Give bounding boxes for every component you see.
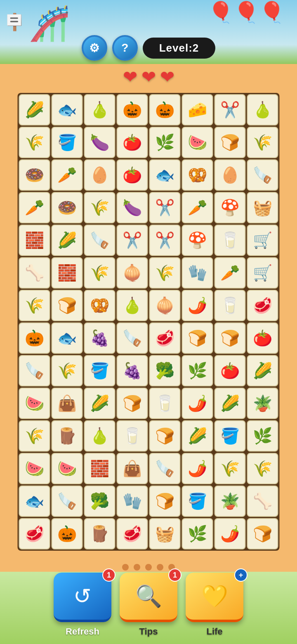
tile-70[interactable]: 🍅 [214, 355, 246, 386]
tile-85[interactable]: 🌽 [182, 420, 213, 452]
tile-87[interactable]: 🌿 [247, 420, 278, 452]
tile-95[interactable]: 🌾 [247, 453, 278, 484]
tile-66[interactable]: 🪣 [84, 355, 116, 386]
tile-12[interactable]: 🌿 [149, 127, 181, 158]
tips-action[interactable]: 1 🔍 Tips [120, 573, 177, 637]
tile-43[interactable]: 🧅 [117, 257, 148, 289]
tile-57[interactable]: 🐟 [52, 322, 83, 354]
tile-107[interactable]: 🥩 [117, 518, 148, 549]
tile-24[interactable]: 🥕 [19, 192, 50, 223]
tile-44[interactable]: 🌾 [149, 257, 181, 289]
tile-88[interactable]: 🍉 [19, 453, 50, 484]
tile-6[interactable]: ✂️ [214, 94, 246, 125]
tile-82[interactable]: 🍐 [84, 420, 116, 452]
tile-109[interactable]: 🌿 [182, 518, 213, 549]
tile-105[interactable]: 🎃 [52, 518, 83, 549]
tile-73[interactable]: 👜 [52, 388, 83, 419]
tile-33[interactable]: 🌽 [52, 225, 83, 256]
tile-39[interactable]: 🛒 [247, 225, 278, 256]
tile-97[interactable]: 🪚 [52, 485, 83, 517]
tile-47[interactable]: 🛒 [247, 257, 278, 289]
tile-72[interactable]: 🍉 [19, 388, 50, 419]
tile-29[interactable]: 🥕 [182, 192, 213, 223]
tile-49[interactable]: 🍞 [52, 290, 83, 321]
life-button[interactable]: + 💛 [186, 573, 243, 622]
tile-1[interactable]: 🐟 [52, 94, 83, 125]
tile-48[interactable]: 🌾 [19, 290, 50, 321]
tile-22[interactable]: 🥚 [214, 159, 246, 191]
tile-46[interactable]: 🥕 [214, 257, 246, 289]
tile-27[interactable]: 🍆 [117, 192, 148, 223]
tile-25[interactable]: 🍩 [52, 192, 83, 223]
tile-100[interactable]: 🍞 [149, 485, 181, 517]
help-button[interactable]: ? [112, 35, 138, 61]
tile-104[interactable]: 🥩 [19, 518, 50, 549]
tile-4[interactable]: 🎃 [149, 94, 181, 125]
settings-button[interactable]: ⚙ [82, 35, 107, 61]
tile-78[interactable]: 🌽 [214, 388, 246, 419]
tile-64[interactable]: 🪚 [19, 355, 50, 386]
tile-50[interactable]: 🥨 [84, 290, 116, 321]
tile-65[interactable]: 🌾 [52, 355, 83, 386]
tile-14[interactable]: 🍞 [214, 127, 246, 158]
tile-20[interactable]: 🐟 [149, 159, 181, 191]
tile-93[interactable]: 🌶️ [182, 453, 213, 484]
tile-30[interactable]: 🍄 [214, 192, 246, 223]
tile-8[interactable]: 🌾 [19, 127, 50, 158]
tile-94[interactable]: 🌾 [214, 453, 246, 484]
tile-90[interactable]: 🧱 [84, 453, 116, 484]
life-action[interactable]: + 💛 Life [186, 573, 243, 637]
tile-41[interactable]: 🧱 [52, 257, 83, 289]
tile-101[interactable]: 🪣 [182, 485, 213, 517]
tile-71[interactable]: 🌽 [247, 355, 278, 386]
tile-18[interactable]: 🥚 [84, 159, 116, 191]
tile-84[interactable]: 🍞 [149, 420, 181, 452]
tile-69[interactable]: 🌿 [182, 355, 213, 386]
tile-19[interactable]: 🍅 [117, 159, 148, 191]
tile-15[interactable]: 🌾 [247, 127, 278, 158]
tile-40[interactable]: 🦴 [19, 257, 50, 289]
tile-56[interactable]: 🎃 [19, 322, 50, 354]
tile-17[interactable]: 🥕 [52, 159, 83, 191]
tile-7[interactable]: 🍐 [247, 94, 278, 125]
tile-80[interactable]: 🌾 [19, 420, 50, 452]
tile-76[interactable]: 🥛 [149, 388, 181, 419]
tile-11[interactable]: 🍅 [117, 127, 148, 158]
tile-89[interactable]: 🍉 [52, 453, 83, 484]
tile-60[interactable]: 🥩 [149, 322, 181, 354]
tile-28[interactable]: ✂️ [149, 192, 181, 223]
tile-62[interactable]: 🍞 [214, 322, 246, 354]
refresh-button[interactable]: 1 ↺ [54, 573, 111, 622]
tile-75[interactable]: 🍞 [117, 388, 148, 419]
tile-96[interactable]: 🐟 [19, 485, 50, 517]
tile-13[interactable]: 🍉 [182, 127, 213, 158]
tile-52[interactable]: 🧅 [149, 290, 181, 321]
tile-59[interactable]: 🪚 [117, 322, 148, 354]
tile-16[interactable]: 🍩 [19, 159, 50, 191]
tile-106[interactable]: 🪵 [84, 518, 116, 549]
tile-23[interactable]: 🪚 [247, 159, 278, 191]
tile-34[interactable]: 🪚 [84, 225, 116, 256]
tile-58[interactable]: 🍇 [84, 322, 116, 354]
tile-55[interactable]: 🥩 [247, 290, 278, 321]
tile-51[interactable]: 🍐 [117, 290, 148, 321]
tips-button[interactable]: 1 🔍 [120, 573, 177, 622]
tile-102[interactable]: 🪴 [214, 485, 246, 517]
tile-74[interactable]: 🌽 [84, 388, 116, 419]
tile-37[interactable]: 🍄 [182, 225, 213, 256]
tile-111[interactable]: 🍞 [247, 518, 278, 549]
tile-2[interactable]: 🍐 [84, 94, 116, 125]
tile-3[interactable]: 🎃 [117, 94, 148, 125]
tile-54[interactable]: 🥛 [214, 290, 246, 321]
tile-86[interactable]: 🪣 [214, 420, 246, 452]
tile-81[interactable]: 🪵 [52, 420, 83, 452]
tile-77[interactable]: 🌶️ [182, 388, 213, 419]
tile-26[interactable]: 🌾 [84, 192, 116, 223]
tile-103[interactable]: 🦴 [247, 485, 278, 517]
tile-98[interactable]: 🥦 [84, 485, 116, 517]
tile-9[interactable]: 🪣 [52, 127, 83, 158]
tile-91[interactable]: 👜 [117, 453, 148, 484]
tile-31[interactable]: 🧺 [247, 192, 278, 223]
tile-79[interactable]: 🪴 [247, 388, 278, 419]
tile-45[interactable]: 🧤 [182, 257, 213, 289]
